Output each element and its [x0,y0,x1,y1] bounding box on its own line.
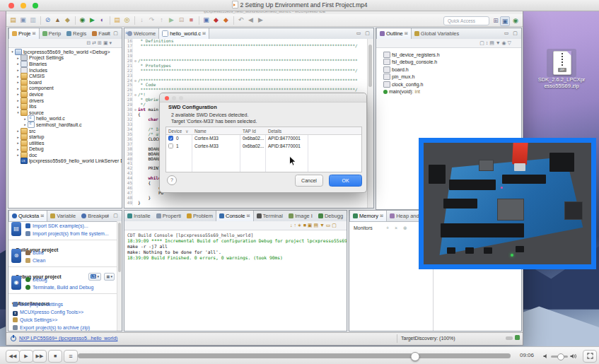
tab-image-info[interactable]: Image I [286,211,315,221]
export-archive-link[interactable]: Export project(s) to archive (zip) [13,324,90,331]
tree-item[interactable]: ▸Includes [10,67,117,74]
device-checkbox[interactable] [168,136,173,141]
device-table[interactable]: Device ∨ Name TAP Id Details 0 Cortex-M3… [165,127,362,172]
undo-icon[interactable]: ↶ [236,16,245,25]
playlist-button[interactable]: ≡ [64,350,78,363]
probe-grid-dropdown[interactable]: ▦ ▾ [104,273,115,281]
edit-settings-link[interactable]: Edit project settings [13,301,63,308]
volume-max-icon[interactable] [570,353,577,359]
tab-memory[interactable]: Memory⊠ [349,211,387,221]
debug-link[interactable]: Debug [25,276,47,283]
suspend-icon[interactable]: ⊟ [177,16,186,25]
tab-problems[interactable]: Problem [184,211,216,221]
save-all-icon[interactable]: ▥ [28,16,37,25]
playhead-knob[interactable] [411,352,420,361]
profile-icon[interactable]: ◐ [98,16,107,25]
close-icon[interactable]: ⊠ [40,211,44,221]
quick-settings-link[interactable]: Quick Settings>> [13,317,57,324]
editor-scrollbar[interactable] [367,39,373,208]
device-row-1[interactable]: 1 Cortex-M33 0x6ba02... APID:84770001 [166,142,361,150]
link-probe-icon[interactable]: ◆ [211,16,221,25]
tab-installed-sdks[interactable]: Installe [124,211,153,221]
console-icon[interactable]: ▣ [202,16,211,25]
tree-item[interactable]: ▸drivers [10,98,117,104]
tree-item[interactable]: ▸device [10,91,117,98]
rewind-button[interactable]: ◀◀ [6,350,20,363]
build-icon[interactable]: ▲ [53,16,62,25]
outline-item[interactable]: fsl_device_registers.h [383,51,440,59]
close-icon[interactable]: ⊠ [202,28,206,39]
close-icon[interactable]: ⊠ [33,28,36,39]
stop-button[interactable]: ■ [48,350,62,363]
tree-item[interactable]: ▸CMSIS [10,73,117,79]
volume-slider[interactable] [551,356,568,358]
tree-item[interactable]: ▸libs [10,103,117,110]
develop-perspective-icon[interactable]: ◉ [511,16,520,25]
terminate-build-debug-link[interactable]: Terminate, Build and Debug [25,284,93,291]
tab-properties[interactable]: Properti [153,211,184,221]
close-icon[interactable]: ⊠ [380,211,383,221]
config-tools-link[interactable]: XMCUXpresso Config Tools>> [13,309,83,316]
tree-item[interactable]: ▸src [10,128,117,134]
dialog-close-icon[interactable] [165,96,169,100]
monitors-toolbar-icons[interactable]: + × ⊗ [386,225,409,231]
resume-icon[interactable]: ▶ [167,16,176,25]
tab-global-variables[interactable]: Global Variables [412,28,462,39]
save-icon[interactable]: ▣ [18,16,28,25]
volume-min-icon[interactable] [543,353,549,359]
tree-item[interactable]: ▾lpcxpresso55s69_hello_world <Debug> [10,49,117,55]
debug-icon[interactable]: ◉ [78,16,87,25]
activity-icon[interactable] [515,335,520,340]
help-button[interactable]: ? [167,175,177,185]
step-return-icon[interactable]: ↑ [157,16,166,25]
skip-breakpoints-icon[interactable]: ⊘ [43,16,52,25]
tree-item[interactable]: ▾source [10,110,117,116]
tree-item[interactable]: ▸semihost_hardfault.c [10,122,117,128]
new-wizard-icon[interactable]: ▤ [8,16,18,25]
forward-icon[interactable]: ▶ [256,16,265,25]
clean-icon[interactable]: ◆ [63,16,72,25]
tab-console[interactable]: Console⊠ [216,211,254,221]
open-folder-icon[interactable]: ▤ [112,16,122,25]
close-icon[interactable]: ⊠ [405,28,408,39]
target-link[interactable]: NXP LPC55S69+ (lpcxpresso5...hello_world… [19,336,117,341]
minimize-maximize-icons[interactable]: ▭ ▢ [105,30,120,36]
clean-link[interactable]: Clean [25,257,45,264]
tab-registers[interactable]: Regis [64,28,89,39]
console-view-toolbar[interactable]: ↓ ↑ ∗ ■ ▣ ▤ ▼ ▭ ▢ [124,221,347,230]
tab-project-explorer[interactable]: Proje⊠ [8,28,40,39]
close-icon[interactable]: ⊠ [247,211,250,221]
tree-item[interactable]: ▸utilities [10,140,117,146]
volume-knob[interactable] [557,353,564,360]
search-icon[interactable]: ◎ [122,16,132,25]
tree-item[interactable]: lpcxpresso55s69_hello_world LinkServer D… [10,158,117,165]
tab-quickstart[interactable]: Quicksta⊠ [8,211,47,221]
minimize-maximize-icons[interactable]: ▭ ▢ [356,30,371,36]
device-row-0[interactable]: 0 Cortex-M33 0x6ba02... APID:84770001 [166,134,361,142]
run-icon[interactable]: ▶ [88,16,97,25]
play-button[interactable]: ▶ [19,350,33,363]
tree-item[interactable]: ▸doc [10,152,117,158]
tab-hello-world-c[interactable]: hello_world.c⊠ [158,28,209,39]
tab-welcome[interactable]: Welcome [124,28,158,39]
scrollbar-thumb[interactable] [368,45,372,87]
ok-button[interactable]: OK [329,175,362,187]
linkserver-dropdown[interactable]: LS ▾ [88,273,101,281]
attach-probe-icon[interactable]: ◆ [221,16,231,25]
sort-icon[interactable]: ∨ [185,129,189,134]
open-perspective-icon[interactable]: ⊞ [492,16,500,25]
zip-file-icon[interactable]: ZIP [553,51,571,75]
step-over-icon[interactable]: ↷ [147,16,156,25]
tab-peripherals[interactable]: Perip [40,28,64,39]
step-into-icon[interactable]: ↓ [137,16,146,25]
seek-bar[interactable] [78,353,511,358]
terminate-icon[interactable]: ■ [187,16,196,25]
outline-item[interactable]: main(void) : int [383,88,440,96]
tree-item[interactable]: ▸startup [10,134,117,140]
outline-item[interactable]: board.h [383,66,440,74]
cpp-perspective-icon[interactable]: ▣ [500,16,510,26]
tree-item[interactable]: ▸component [10,86,117,92]
tab-terminal[interactable]: Terminal [254,211,286,221]
fast-forward-button[interactable]: ▶▶ [33,350,47,363]
outline-item[interactable]: fsl_debug_console.h [383,59,440,66]
